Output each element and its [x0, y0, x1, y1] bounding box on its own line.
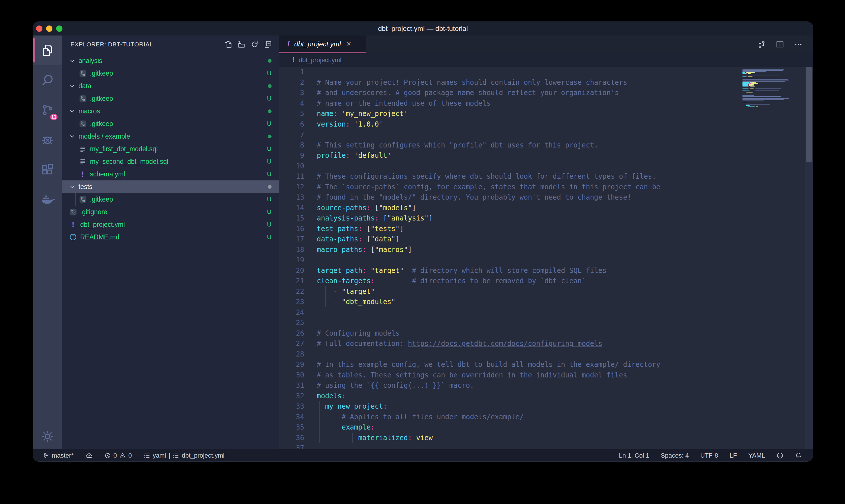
activity-explorer-button[interactable] [33, 36, 62, 65]
encoding-setting[interactable]: UTF-8 [700, 452, 718, 459]
git-status-badge: U [267, 70, 272, 77]
folder-tests[interactable]: tests [62, 180, 279, 193]
file--gitignore[interactable]: .gitignore U [62, 205, 279, 218]
new-file-icon[interactable] [224, 41, 232, 48]
file--gitkeep[interactable]: .gitkeep U [62, 92, 279, 105]
minimize-window-button[interactable] [46, 25, 52, 32]
breadcrumb-file: dbt_project.yml [299, 56, 341, 64]
file-dbt-project-yml[interactable]: ! dbt_project.yml U [62, 218, 279, 231]
close-tab-icon[interactable]: × [347, 40, 351, 48]
window-title: dbt_project.yml — dbt-tutorial [33, 25, 813, 33]
editor-group: ! dbt_project.yml × [279, 36, 813, 449]
settings-button[interactable] [33, 430, 62, 443]
activity-extensions-button[interactable] [33, 155, 62, 184]
folder-analysis[interactable]: analysis [62, 54, 279, 67]
git-icon [69, 208, 77, 216]
git-status-badge: U [267, 208, 272, 216]
excl-icon: ! [78, 170, 87, 178]
status-bar: master* 0 [33, 449, 813, 462]
indent-guide [75, 193, 76, 205]
search-icon [41, 74, 54, 87]
notifications-bell-icon[interactable] [795, 452, 802, 459]
traffic-lights [36, 22, 62, 36]
file--gitkeep[interactable]: .gitkeep U [62, 67, 279, 79]
file--gitkeep[interactable]: .gitkeep U [62, 193, 279, 205]
chevron-down-icon [69, 108, 76, 114]
item-name: data [78, 82, 91, 90]
item-name: analysis [78, 57, 102, 65]
file-README-md[interactable]: README.md U [62, 231, 279, 244]
item-name: schema.yml [90, 170, 125, 178]
git-status-badge [268, 109, 272, 113]
split-editor-icon[interactable] [776, 40, 784, 48]
eol-setting[interactable]: LF [730, 452, 737, 459]
checklist-icon [144, 452, 150, 459]
code-lines: 12# Name your project! Project names sho… [279, 67, 660, 449]
feedback-smiley-icon[interactable] [776, 452, 784, 459]
explorer-sidebar: EXPLORER: DBT-TUTORIAL [62, 36, 279, 449]
chevron-down-icon [69, 57, 76, 64]
new-folder-icon[interactable] [238, 41, 245, 48]
file-my-second-dbt-model-sql[interactable]: my_second_dbt_model.sql U [62, 155, 279, 168]
compare-changes-icon[interactable] [758, 40, 766, 48]
scrollbar-thumb[interactable] [806, 67, 812, 162]
chevron-down-icon [69, 83, 76, 89]
vscode-window: dbt_project.yml — dbt-tutorial [33, 21, 813, 462]
debug-icon [41, 133, 54, 146]
git-status-badge: U [267, 233, 272, 241]
git-status-badge [268, 134, 272, 138]
activity-docker-button[interactable] [33, 184, 62, 214]
collapse-all-icon[interactable] [264, 41, 272, 48]
zoom-window-button[interactable] [56, 25, 62, 32]
file--gitkeep[interactable]: .gitkeep U [62, 118, 279, 130]
git-status-badge: U [267, 145, 272, 152]
checklist-icon [173, 452, 179, 459]
gear-icon [41, 430, 54, 443]
activity-bar: 11 [33, 36, 62, 449]
files-icon [41, 44, 54, 57]
item-name: .gitkeep [90, 120, 113, 128]
activity-search-button[interactable] [33, 65, 62, 95]
chevron-down-icon [69, 183, 76, 190]
extensions-icon [41, 163, 54, 176]
item-name: macros [78, 107, 100, 115]
linter-file: dbt_project.yml [182, 452, 224, 459]
git-status-badge: U [267, 221, 272, 228]
tab-bar: ! dbt_project.yml × [279, 36, 813, 53]
git-status-badge [268, 59, 272, 63]
code-editor[interactable]: 12# Name your project! Project names sho… [279, 67, 813, 449]
linter-status[interactable]: yaml | dbt_project.yml [144, 452, 224, 459]
scrollbar[interactable] [805, 67, 813, 449]
file-my-first-dbt-model-sql[interactable]: my_first_dbt_model.sql U [62, 143, 279, 155]
item-name: .gitignore [80, 208, 107, 216]
warnings-icon [120, 452, 126, 459]
explorer-title: EXPLORER: DBT-TUTORIAL [70, 41, 153, 48]
file-schema-yml[interactable]: ! schema.yml U [62, 168, 279, 180]
git-status-badge: U [267, 95, 272, 102]
problems-status[interactable]: 0 0 [105, 452, 132, 459]
close-window-button[interactable] [36, 25, 42, 32]
activity-source-control-button[interactable]: 11 [33, 95, 62, 125]
errors-icon [105, 452, 111, 459]
language-mode[interactable]: YAML [749, 452, 765, 459]
folder-models-example[interactable]: models / example [62, 130, 279, 143]
linter-name: yaml [153, 452, 166, 459]
more-actions-icon[interactable] [794, 40, 802, 48]
tab-dbt-project-yml[interactable]: ! dbt_project.yml × [279, 36, 366, 53]
yaml-warning-icon: ! [292, 56, 295, 64]
breadcrumb[interactable]: ! dbt_project.yml [279, 53, 813, 67]
warning-count: 0 [128, 452, 132, 459]
git-status-badge: U [267, 120, 272, 127]
cursor-position[interactable]: Ln 1, Col 1 [619, 452, 649, 459]
git-status-badge: U [267, 170, 272, 178]
folder-data[interactable]: data [62, 79, 279, 92]
docker-icon [40, 192, 55, 206]
linter-separator: | [169, 452, 170, 459]
refresh-icon[interactable] [251, 41, 258, 48]
indentation-setting[interactable]: Spaces: 4 [661, 452, 689, 459]
publish-changes-icon[interactable] [86, 452, 92, 459]
git-branch-status[interactable]: master* [43, 452, 74, 459]
minimap[interactable] [742, 68, 798, 108]
activity-debug-button[interactable] [33, 125, 62, 155]
folder-macros[interactable]: macros [62, 105, 279, 118]
